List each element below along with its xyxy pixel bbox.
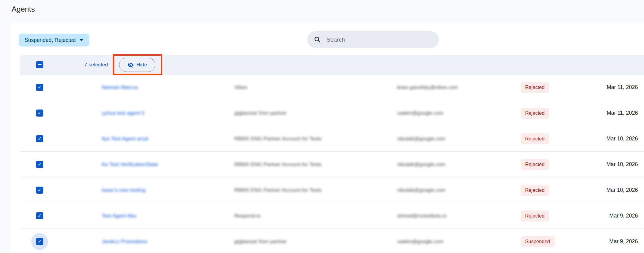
content-card: Suspended, Rejected 7 selected Hide [10, 22, 644, 253]
selected-count: 7 selected [84, 55, 108, 75]
search-icon [314, 36, 321, 43]
partner-name: gtgbansal Xion partner [234, 239, 287, 244]
status-badge: Suspended [521, 236, 555, 247]
page-title: Agents [12, 5, 35, 13]
date-cell: Mar 10, 2026 [573, 136, 644, 142]
contact-email: nikulaik@google.com [397, 187, 445, 193]
table-row: ✓ Neiman Marcus Vibes brian.ganofsky@vib… [20, 75, 644, 100]
caret-down-icon [79, 39, 84, 41]
table-row: ✓ Ilya Test Agent arryk RBMX ENG Partner… [20, 126, 644, 152]
agents-table: ✓ Neiman Marcus Vibes brian.ganofsky@vib… [20, 75, 644, 253]
check-mark-icon: ✓ [38, 111, 42, 116]
agent-name-link[interactable]: Isaac's new testing [102, 187, 145, 193]
row-checkbox[interactable]: ✓ [36, 212, 43, 219]
table-row: ✓ yyhua test agent 0 gtgbansal Xion part… [20, 100, 644, 126]
row-checkbox[interactable]: ✓ [36, 110, 43, 117]
hide-button[interactable]: Hide [119, 58, 155, 72]
row-checkbox[interactable]: ✓ [36, 161, 43, 168]
contact-email: nikulaik@google.com [397, 136, 445, 141]
check-mark-icon: ✓ [38, 239, 42, 244]
agents-page: Agents Suspended, Rejected 7 selected Hi… [0, 0, 644, 253]
select-all-checkbox[interactable] [36, 61, 43, 68]
table-row: ✓ Ke Test VerificationState RBMX ENG Par… [20, 152, 644, 177]
row-checkbox[interactable]: ✓ [36, 84, 43, 91]
check-mark-icon: ✓ [38, 162, 42, 167]
status-badge: Rejected [521, 210, 549, 221]
agent-name-link[interactable]: Jarekcz Promotions [102, 239, 147, 244]
search-bar[interactable] [307, 31, 439, 48]
date-cell: Mar 9, 2026 [573, 238, 644, 245]
date-cell: Mar 11, 2026 [573, 110, 644, 116]
eye-off-icon [127, 62, 134, 68]
check-mark-icon: ✓ [38, 136, 42, 141]
date-cell: Mar 10, 2026 [573, 161, 644, 168]
agent-name-link[interactable]: yyhua test agent 0 [102, 110, 144, 116]
status-badge: Rejected [521, 82, 549, 93]
hide-button-label: Hide [137, 62, 147, 68]
date-cell: Mar 9, 2026 [573, 213, 644, 219]
check-mark-icon: ✓ [38, 188, 42, 193]
agent-name-link[interactable]: Test Agent Abu [102, 213, 136, 219]
status-filter-label: Suspended, Rejected [24, 37, 76, 43]
search-input[interactable] [326, 36, 436, 43]
check-mark-icon: ✓ [38, 85, 42, 90]
contact-email: brian.ganofsky@vibes.com [397, 84, 458, 90]
partner-name: RBMX ENG Partner Account for Tests [234, 162, 322, 167]
contact-email: ahmed@rocketbots.io [397, 213, 446, 218]
date-cell: Mar 10, 2026 [573, 187, 644, 193]
partner-name: gtgbansal Xion partner [234, 110, 287, 116]
status-badge: Rejected [521, 108, 549, 119]
date-cell: Mar 11, 2026 [573, 84, 644, 91]
status-badge: Rejected [521, 133, 549, 144]
agent-name-link[interactable]: Ke Test VerificationState [102, 162, 158, 167]
row-checkbox[interactable]: ✓ [36, 187, 43, 194]
indeterminate-mark-icon [38, 64, 42, 65]
partner-name: Respond.io [234, 213, 261, 219]
partner-name: RBMX ENG Partner Account for Tests [234, 187, 322, 193]
partner-name: RBMX ENG Partner Account for Tests [234, 136, 322, 142]
contact-email: vadein@google.com [397, 110, 443, 116]
partner-name: Vibes [234, 84, 247, 90]
agent-name-link[interactable]: Neiman Marcus [102, 84, 138, 90]
check-mark-icon: ✓ [38, 214, 42, 218]
table-row: ✓ Isaac's new testing RBMX ENG Partner A… [20, 177, 644, 203]
row-checkbox[interactable]: ✓ [36, 238, 43, 245]
status-filter-chip[interactable]: Suspended, Rejected [19, 34, 89, 47]
row-checkbox[interactable]: ✓ [36, 135, 43, 142]
selection-bar: 7 selected Hide [20, 55, 644, 75]
contact-email: nikulaik@google.com [397, 162, 445, 167]
contact-email: vadein@google.com [397, 239, 443, 244]
table-row: ✓ Test Agent Abu Respond.io ahmed@rocket… [20, 203, 644, 229]
status-badge: Rejected [521, 185, 549, 196]
agent-name-link[interactable]: Ilya Test Agent arryk [102, 136, 149, 142]
table-row: ✓ Jarekcz Promotions gtgbansal Xion part… [20, 229, 644, 253]
status-badge: Rejected [521, 159, 549, 170]
